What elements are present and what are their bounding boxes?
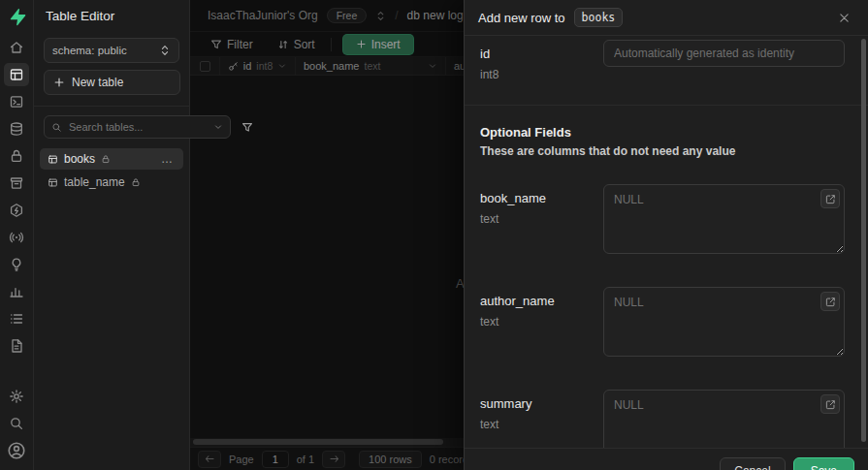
table-list-item-books[interactable]: books … [40,148,183,170]
reports-chart-icon [9,284,24,299]
cancel-button[interactable]: Cancel [720,457,785,470]
table-row-menu-button[interactable]: … [159,152,176,166]
table-name: table_name [64,175,125,189]
optional-fields-subtitle: These are columns that do not need any v… [480,144,845,158]
advisors-lightbulb-icon [9,257,24,272]
panel-title: Add new row to [478,11,565,25]
lock-icon [131,177,141,187]
book-name-textarea[interactable] [603,184,845,254]
icon-rail [0,0,34,470]
field-type: int8 [480,68,603,81]
author-name-textarea[interactable] [603,287,845,357]
field-type: text [480,315,603,329]
new-table-label: New table [72,76,123,89]
expand-editor-button[interactable] [820,189,840,208]
table-icon [48,177,58,188]
api-docs-file-icon [9,338,24,354]
lock-icon [101,154,111,164]
nav-table-editor-button[interactable] [4,63,29,86]
table-editor-icon [9,67,24,82]
table-editor-sidebar: Table Editor schema: public New table bo… [34,0,190,470]
field-row-author-name: author_name text [480,287,845,360]
logs-list-icon [9,311,24,327]
auth-lock-icon [9,148,24,164]
nav-database-button[interactable] [4,117,29,141]
database-icon [9,121,24,137]
table-name-chip: books [574,8,624,27]
save-button[interactable]: Save [793,457,854,470]
chevron-down-icon [213,122,223,132]
add-row-panel: Add new row to books id int8 Optional Fi… [464,0,868,470]
id-field-input [603,40,845,67]
panel-footer: Cancel Save [465,448,868,470]
search-tables-input[interactable] [67,120,209,134]
nav-sql-editor-button[interactable] [4,90,29,113]
nav-edge-functions-button[interactable] [4,199,29,222]
nav-auth-button[interactable] [4,144,29,168]
field-type: text [480,418,603,431]
nav-home-button[interactable] [4,36,29,59]
nav-reports-button[interactable] [4,280,29,303]
field-row-id: id int8 [480,40,845,81]
close-panel-button[interactable] [833,7,854,28]
nav-storage-button[interactable] [4,172,29,195]
gear-icon [9,389,24,404]
home-icon [9,40,24,55]
field-row-book-name: book_name text [480,184,845,257]
nav-search-button[interactable] [4,412,29,435]
nav-realtime-button[interactable] [4,226,29,249]
field-name: author_name [480,287,603,308]
search-icon [51,122,62,133]
nav-settings-button[interactable] [4,385,29,408]
nav-api-docs-button[interactable] [4,334,29,358]
app-window: Table Editor schema: public New table bo… [0,0,868,470]
expand-editor-button[interactable] [820,292,840,311]
search-tables-field[interactable] [44,115,231,139]
panel-header: Add new row to books [465,0,868,36]
table-list-item-table-name[interactable]: table_name [40,172,183,193]
edit-expand-icon [825,194,836,204]
realtime-icon [9,230,24,245]
field-name: summary [480,390,603,411]
edge-functions-icon [9,203,24,218]
supabase-logo-icon[interactable] [8,8,26,26]
schema-selector-value: schema: public [52,45,127,56]
panel-scrollbar-thumb[interactable] [861,39,866,442]
search-icon [9,416,24,431]
table-icon [48,154,58,165]
storage-icon [9,175,24,191]
summary-textarea[interactable] [603,390,845,448]
table-name: books [64,152,95,166]
close-icon [838,12,851,24]
table-list: books … table_name [34,148,189,193]
field-type: text [480,212,603,226]
edit-expand-icon [825,399,836,410]
account-avatar[interactable] [4,439,29,462]
sidebar-divider [34,106,189,107]
expand-editor-button[interactable] [820,394,840,414]
chevrons-updown-icon [159,44,171,57]
field-name: id [480,40,603,61]
sql-editor-icon [9,94,24,110]
user-avatar-icon [7,441,26,460]
schema-selector[interactable]: schema: public [44,38,179,63]
nav-logs-button[interactable] [4,307,29,330]
sidebar-title: Table Editor [34,0,189,32]
new-table-button[interactable]: New table [44,70,180,95]
plus-icon [53,77,65,88]
filter-tables-button[interactable] [236,115,259,139]
panel-body: id int8 Optional Fields These are column… [465,36,868,448]
funnel-icon [241,121,253,134]
field-name: book_name [480,184,603,205]
section-divider [465,105,868,106]
optional-fields-heading: Optional Fields [480,125,845,140]
field-row-summary: summary text [480,390,845,448]
nav-advisors-button[interactable] [4,253,29,276]
edit-expand-icon [825,297,836,307]
